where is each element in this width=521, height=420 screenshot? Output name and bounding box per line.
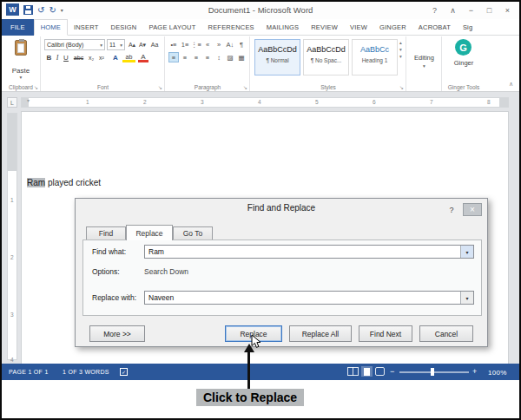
replace-all-button[interactable]: Replace All [289, 325, 352, 342]
decrease-indent-icon[interactable]: « [202, 39, 213, 49]
numbering-icon[interactable]: 1≡ [180, 39, 190, 49]
bold-button[interactable]: B [45, 52, 53, 63]
tab-view[interactable]: VIEW [344, 19, 373, 36]
tab-file[interactable]: FILE [2, 19, 34, 36]
web-layout-icon[interactable] [375, 367, 385, 376]
close-icon[interactable]: × [499, 3, 516, 16]
tab-mailings[interactable]: MAILINGS [260, 19, 305, 36]
increase-indent-icon[interactable]: » [214, 39, 224, 49]
word-count[interactable]: 1 OF 3 WORDS [63, 369, 109, 375]
word-window: W ↺ ↻ ▾ Document1 - Microsoft Word ? ∧ −… [2, 2, 519, 418]
cancel-button[interactable]: Cancel [419, 325, 473, 342]
more-button[interactable]: More >> [89, 325, 145, 342]
replace-with-input[interactable]: Naveen ▾ [144, 291, 474, 305]
indent-marker-icon[interactable]: ▾ [27, 97, 30, 103]
ginger-button[interactable]: G [455, 39, 472, 56]
bullets-icon[interactable]: •≡ [168, 39, 179, 49]
subscript-button[interactable]: x₂ [86, 52, 96, 63]
shrink-font-button[interactable]: A▾ [137, 39, 148, 50]
editing-dropdown-icon[interactable]: ▾ [407, 63, 441, 69]
line-spacing-icon[interactable]: ↕ [214, 52, 224, 62]
styles-dialog-launcher-icon[interactable]: ↘ [399, 84, 404, 90]
sort-icon[interactable]: A↓ [225, 39, 235, 49]
styles-scroll-up-icon[interactable]: ▴ [399, 40, 402, 45]
find-what-input[interactable]: Ram ▾ [144, 245, 474, 259]
show-formatting-marks-icon[interactable]: ¶ [236, 39, 247, 49]
paste-button[interactable] [15, 40, 27, 56]
multilevel-list-icon[interactable]: ⋮≡ [191, 39, 201, 49]
read-mode-icon[interactable] [347, 367, 359, 376]
font-size-combo[interactable]: 11 ▾ [107, 39, 125, 50]
zoom-slider-track[interactable] [399, 371, 469, 373]
shading-icon[interactable]: ▨ [225, 52, 235, 62]
zoom-in-icon[interactable]: + [472, 367, 477, 376]
align-right-icon[interactable]: ≡ [191, 52, 201, 62]
font-color-button[interactable]: A [138, 53, 148, 62]
strikethrough-button[interactable]: abc [72, 52, 85, 63]
paste-dropdown-icon[interactable]: ▾ [2, 75, 40, 80]
dialog-tab-goto[interactable]: Go To [173, 226, 213, 240]
style-normal[interactable]: AaBbCcDd ¶ Normal [254, 39, 300, 75]
align-center-icon[interactable]: ≡ [180, 52, 190, 62]
dialog-tab-replace[interactable]: Replace [126, 225, 173, 240]
tab-review[interactable]: REVIEW [305, 19, 344, 36]
tab-selector-icon[interactable]: L [7, 97, 17, 108]
ribbon-display-options-icon[interactable]: ∧ [445, 3, 461, 16]
vertical-ruler[interactable]: 1 2 3 4 [7, 113, 17, 360]
styles-scroll-down-icon[interactable]: ▾ [399, 47, 402, 52]
chevron-down-icon: ▾ [120, 43, 122, 48]
find-replace-dialog[interactable]: Find and Replace ? × Find Replace Go To … [75, 198, 488, 347]
styles-more-icon[interactable]: ▾ [399, 54, 402, 59]
tab-ginger[interactable]: GINGER [373, 19, 412, 36]
font-name-combo[interactable]: Calibri (Body) ▾ [44, 39, 105, 50]
chevron-down-icon[interactable]: ▾ [460, 292, 473, 304]
underline-button[interactable]: U [62, 52, 70, 63]
minimize-icon[interactable]: − [463, 3, 479, 16]
superscript-button[interactable]: x² [96, 52, 107, 63]
editing-button[interactable]: Editing [407, 54, 441, 62]
justify-icon[interactable]: ≡ [202, 52, 213, 62]
chevron-down-icon[interactable]: ▾ [460, 246, 473, 258]
style-no-spacing[interactable]: AaBbCcDd ¶ No Spac... [303, 39, 349, 75]
tab-references[interactable]: REFERENCES [202, 19, 260, 36]
style-heading-1[interactable]: AaBbCc Heading 1 [352, 39, 398, 75]
style-name: ¶ No Spac... [304, 57, 348, 63]
tab-insert[interactable]: INSERT [68, 19, 105, 36]
ruler-number: 3 [10, 312, 14, 318]
tab-acrobat[interactable]: ACROBAT [412, 19, 457, 36]
grow-font-button[interactable]: A▴ [127, 39, 137, 50]
style-preview: AaBbCcDd [304, 45, 348, 54]
change-case-button[interactable]: Aa [148, 39, 161, 50]
restore-icon[interactable]: □ [481, 3, 498, 16]
callout-label: Click to Replace [196, 389, 304, 406]
find-next-button[interactable]: Find Next [359, 325, 412, 342]
zoom-out-icon[interactable]: − [390, 367, 394, 376]
tab-signature[interactable]: Sig [457, 19, 478, 36]
print-layout-icon[interactable] [361, 366, 373, 377]
document-text[interactable]: Ram played cricket [27, 178, 101, 187]
horizontal-ruler[interactable]: ▾ 1 2 3 4 5 6 7 8 [21, 97, 509, 108]
borders-icon[interactable]: ▦ [236, 52, 247, 62]
font-dialog-launcher-icon[interactable]: ↘ [158, 84, 162, 90]
paste-label[interactable]: Paste [2, 67, 40, 75]
highlight-color-button[interactable]: ab [122, 53, 135, 62]
zoom-level[interactable]: 100% [488, 369, 507, 377]
font-group-label: Font [42, 84, 164, 90]
tab-design[interactable]: DESIGN [105, 19, 143, 36]
proofing-check-icon[interactable]: ✓ [120, 368, 128, 376]
help-icon[interactable]: ? [426, 3, 443, 16]
clipboard-dialog-launcher-icon[interactable]: ↘ [34, 84, 38, 90]
italic-button[interactable]: I [54, 52, 61, 63]
page-glyph [364, 368, 370, 376]
paragraph-dialog-launcher-icon[interactable]: ↘ [243, 84, 247, 90]
zoom-slider-thumb[interactable] [431, 368, 434, 376]
text-effects-button[interactable]: A [110, 52, 121, 63]
dialog-help-icon[interactable]: ? [444, 203, 459, 216]
tab-home[interactable]: HOME [34, 19, 68, 36]
dialog-tab-find[interactable]: Find [86, 226, 126, 240]
page-indicator[interactable]: PAGE 1 OF 1 [9, 369, 49, 375]
dialog-close-icon[interactable]: × [463, 203, 482, 216]
tab-page-layout[interactable]: PAGE LAYOUT [143, 19, 202, 36]
align-left-icon[interactable]: ≡ [168, 52, 179, 62]
collapse-ribbon-icon[interactable]: ∧ [509, 81, 513, 88]
